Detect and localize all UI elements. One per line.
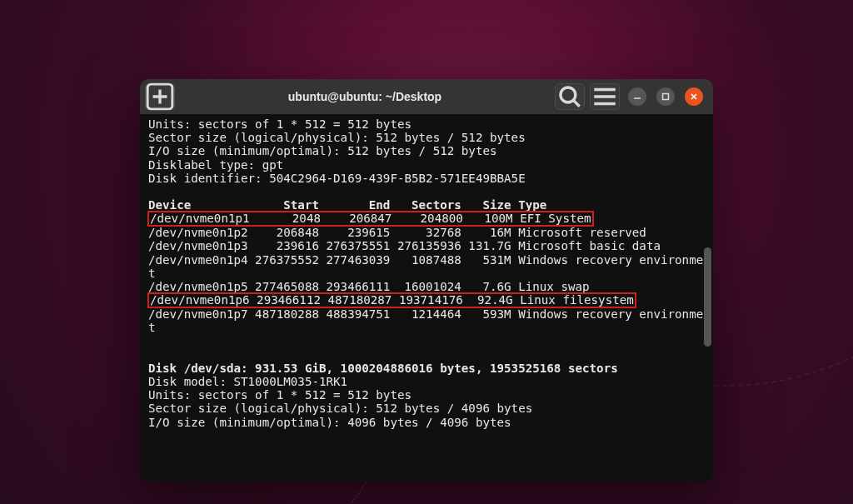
close-icon	[690, 92, 698, 101]
search-icon	[556, 82, 584, 111]
partition-row-p7b: t	[148, 321, 156, 334]
search-button[interactable]	[555, 83, 585, 110]
svg-point-1	[561, 87, 576, 102]
maximize-button[interactable]	[656, 87, 675, 106]
window-controls	[625, 87, 708, 106]
terminal-window: ubuntu@ubuntu: ~/Desktop	[140, 79, 713, 482]
minimize-icon	[633, 92, 641, 101]
partition-row-p3: /dev/nvme0n1p3 239616 276375551 27613593…	[148, 239, 661, 252]
disk2-sector-size: Sector size (logical/physical): 512 byte…	[148, 402, 532, 415]
menu-button[interactable]	[590, 83, 620, 110]
maximize-icon	[661, 92, 670, 101]
close-button[interactable]	[685, 87, 703, 106]
disk2-units: Units: sectors of 1 * 512 = 512 bytes	[148, 388, 412, 402]
fdisk-units: Units: sectors of 1 * 512 = 512 bytes	[148, 117, 412, 131]
partition-row-p1: /dev/nvme0n1p1 2048 206847 204800 100M E…	[147, 211, 594, 227]
hamburger-icon	[591, 82, 619, 111]
minimize-button[interactable]	[628, 87, 646, 106]
partition-row-p6: /dev/nvme0n1p6 293466112 487180287 19371…	[147, 292, 636, 308]
svg-rect-2	[663, 94, 669, 100]
fdisk-disk-id: Disk identifier: 504C2964-D169-439F-B5B2…	[148, 172, 526, 185]
partition-row-p4b: t	[148, 267, 156, 280]
disk2-io-size: I/O size (minimum/optimal): 4096 bytes /…	[148, 416, 511, 429]
partition-header: Device Start End Sectors Size Type	[148, 198, 546, 212]
disk2-model: Disk model: ST1000LM035-1RK1	[148, 375, 347, 388]
titlebar: ubuntu@ubuntu: ~/Desktop	[140, 79, 713, 114]
fdisk-label-type: Disklabel type: gpt	[148, 158, 283, 172]
partition-row-p2: /dev/nvme0n1p2 206848 239615 32768 16M M…	[148, 226, 646, 239]
new-tab-icon	[146, 82, 174, 111]
partition-row-p5: /dev/nvme0n1p5 277465088 293466111 16001…	[148, 280, 590, 293]
terminal-output[interactable]: Units: sectors of 1 * 512 = 512 bytes Se…	[140, 114, 713, 482]
new-tab-button[interactable]	[145, 83, 175, 110]
fdisk-io-size: I/O size (minimum/optimal): 512 bytes / …	[148, 144, 497, 157]
scrollbar-thumb[interactable]	[704, 247, 711, 347]
terminal-scrollbar[interactable]	[704, 119, 711, 475]
disk2-header: Disk /dev/sda: 931.53 GiB, 1000204886016…	[148, 362, 618, 375]
partition-row-p7a: /dev/nvme0n1p7 487180288 488394751 12144…	[148, 307, 711, 321]
fdisk-sector-size: Sector size (logical/physical): 512 byte…	[148, 131, 526, 144]
window-title: ubuntu@ubuntu: ~/Desktop	[180, 90, 550, 103]
partition-row-p4a: /dev/nvme0n1p4 276375552 277463039 10874…	[148, 253, 711, 267]
